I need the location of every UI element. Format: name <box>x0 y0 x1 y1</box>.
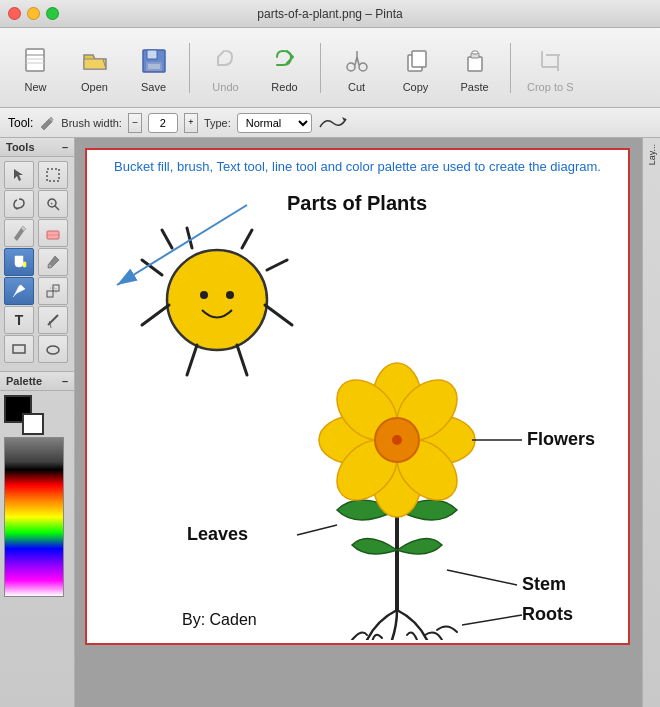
palette-collapse-icon[interactable]: – <box>62 375 68 387</box>
tool-rect-shape[interactable] <box>4 335 34 363</box>
tool-lasso[interactable] <box>4 190 34 218</box>
undo-label: Undo <box>212 81 238 93</box>
tool-clone[interactable] <box>38 277 68 305</box>
secondary-color-swatch[interactable] <box>22 413 44 435</box>
tool-pencil[interactable] <box>4 219 34 247</box>
new-icon <box>18 43 54 79</box>
svg-rect-30 <box>23 262 26 267</box>
crop-label: Crop to S <box>527 81 573 93</box>
redo-button[interactable]: Redo <box>257 39 312 97</box>
tool-text[interactable]: T <box>4 306 34 334</box>
svg-text:+: + <box>50 200 54 206</box>
brush-width-decrement[interactable]: – <box>128 113 142 133</box>
undo-button[interactable]: Undo <box>198 39 253 97</box>
copy-icon <box>398 43 434 79</box>
svg-line-47 <box>242 230 252 248</box>
svg-line-48 <box>267 260 287 270</box>
svg-rect-5 <box>147 50 157 59</box>
svg-line-68 <box>447 570 517 585</box>
pencil-tool-icon <box>39 115 55 131</box>
new-button[interactable]: New <box>8 39 63 97</box>
svg-rect-23 <box>47 169 59 181</box>
tools-panel: Tools – + <box>0 138 75 707</box>
tool-label: Tool: <box>8 116 33 130</box>
right-panel: Lay... <box>642 138 660 707</box>
cut-button[interactable]: Cut <box>329 39 384 97</box>
svg-line-53 <box>142 305 169 325</box>
color-swatches <box>4 395 70 431</box>
svg-point-31 <box>48 265 51 268</box>
svg-rect-0 <box>26 49 44 71</box>
save-button[interactable]: Save <box>126 39 181 97</box>
curve-icon <box>318 115 348 131</box>
palette-header: Palette – <box>0 371 74 391</box>
tool-line[interactable]: \ <box>38 306 68 334</box>
new-label: New <box>24 81 46 93</box>
svg-text:Leaves: Leaves <box>187 524 248 544</box>
svg-point-50 <box>226 291 234 299</box>
titlebar: parts-of-a-plant.png – Pinta <box>0 0 660 28</box>
svg-line-54 <box>265 305 292 325</box>
crop-icon <box>532 43 568 79</box>
svg-rect-14 <box>412 51 426 67</box>
svg-line-46 <box>187 228 192 248</box>
tool-freeform[interactable] <box>38 335 68 363</box>
palette-title: Palette <box>6 375 42 387</box>
svg-text:Flowers: Flowers <box>527 429 595 449</box>
layer-label: Lay... <box>647 144 657 165</box>
redo-label: Redo <box>271 81 297 93</box>
tool-eraser[interactable] <box>38 219 68 247</box>
brush-width-label: Brush width: <box>61 117 122 129</box>
tool-color-picker[interactable] <box>38 248 68 276</box>
tool-options-bar: Tool: Brush width: – + Type: Normal Shar… <box>0 108 660 138</box>
type-select[interactable]: Normal Sharp Rounded <box>237 113 312 133</box>
color-gradient-picker[interactable] <box>4 437 64 597</box>
svg-point-43 <box>167 250 267 350</box>
svg-text:Stem: Stem <box>522 574 566 594</box>
copy-label: Copy <box>403 81 429 93</box>
tools-grid: + <box>0 157 74 367</box>
tool-select-rect[interactable] <box>38 161 68 189</box>
redo-icon <box>267 43 303 79</box>
brush-width-increment[interactable]: + <box>184 113 198 133</box>
svg-point-9 <box>359 63 367 71</box>
svg-point-65 <box>392 435 402 445</box>
cut-icon <box>339 43 375 79</box>
svg-rect-17 <box>472 51 478 54</box>
tools-collapse-icon[interactable]: – <box>62 141 68 153</box>
svg-line-11 <box>357 57 359 65</box>
svg-rect-38 <box>13 345 25 353</box>
svg-line-26 <box>55 206 59 210</box>
tool-zoom[interactable]: + <box>38 190 68 218</box>
palette-section: Palette – <box>0 371 74 597</box>
svg-line-51 <box>187 345 197 375</box>
canvas-area[interactable]: Bucket fill, brush, Text tool, line tool… <box>75 138 642 707</box>
paste-button[interactable]: Paste <box>447 39 502 97</box>
svg-point-39 <box>47 346 59 354</box>
open-icon <box>77 43 113 79</box>
tool-paint-bucket[interactable] <box>4 248 34 276</box>
sep-2 <box>320 43 321 93</box>
main-area: Tools – + <box>0 138 660 707</box>
window-title: parts-of-a-plant.png – Pinta <box>257 7 402 21</box>
open-button[interactable]: Open <box>67 39 122 97</box>
svg-text:Roots: Roots <box>522 604 573 624</box>
cut-label: Cut <box>348 81 365 93</box>
maximize-button[interactable] <box>46 7 59 20</box>
minimize-button[interactable] <box>27 7 40 20</box>
sep-3 <box>510 43 511 93</box>
svg-line-44 <box>142 260 162 275</box>
svg-line-67 <box>297 525 337 535</box>
svg-text:Parts of Plants: Parts of Plants <box>287 192 427 214</box>
tool-arrow[interactable] <box>4 161 34 189</box>
svg-line-45 <box>162 230 172 248</box>
svg-line-52 <box>237 345 247 375</box>
paste-label: Paste <box>460 81 488 93</box>
close-button[interactable] <box>8 7 21 20</box>
tool-brush[interactable] <box>4 277 34 305</box>
svg-point-8 <box>347 63 355 71</box>
copy-button[interactable]: Copy <box>388 39 443 97</box>
brush-width-input[interactable] <box>148 113 178 133</box>
crop-button[interactable]: Crop to S <box>519 39 581 97</box>
svg-rect-15 <box>468 57 482 71</box>
